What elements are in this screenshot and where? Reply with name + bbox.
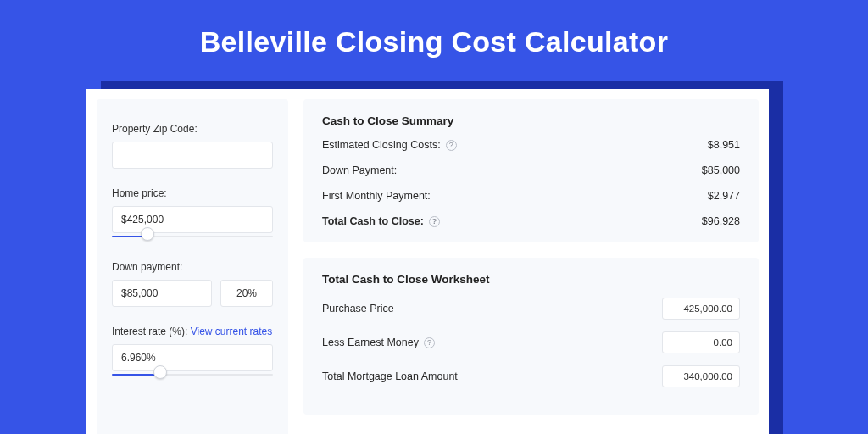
- worksheet-row: Total Mortgage Loan Amount: [322, 365, 740, 387]
- summary-panel: Cash to Close Summary Estimated Closing …: [303, 99, 759, 242]
- view-current-rates-link[interactable]: View current rates: [191, 326, 273, 337]
- down-payment-label: Down payment:: [112, 261, 273, 273]
- summary-total-label: Total Cash to Close:: [322, 215, 424, 227]
- interest-label: Interest rate (%): View current rates: [112, 326, 273, 337]
- mortgage-loan-input[interactable]: [662, 365, 740, 387]
- purchase-price-input[interactable]: [662, 298, 740, 320]
- zip-group: Property Zip Code:: [112, 123, 273, 169]
- zip-input[interactable]: [112, 142, 273, 169]
- summary-total-row: Total Cash to Close: ? $96,928: [322, 215, 740, 227]
- summary-row-label: First Monthly Payment:: [322, 190, 431, 202]
- zip-label: Property Zip Code:: [112, 123, 273, 135]
- page-title: Belleville Closing Cost Calculator: [0, 0, 868, 58]
- down-payment-input[interactable]: [112, 280, 212, 307]
- help-icon[interactable]: ?: [446, 140, 457, 151]
- summary-row: Estimated Closing Costs: ? $8,951: [322, 139, 740, 151]
- interest-slider-thumb[interactable]: [153, 365, 167, 379]
- summary-row: Down Payment: $85,000: [322, 164, 740, 176]
- interest-input[interactable]: [112, 344, 273, 371]
- interest-group: Interest rate (%): View current rates: [112, 326, 273, 381]
- summary-row-value: $85,000: [702, 164, 740, 176]
- summary-total-value: $96,928: [702, 215, 740, 227]
- home-price-slider[interactable]: [112, 232, 273, 242]
- home-price-label: Home price:: [112, 187, 273, 199]
- summary-row: First Monthly Payment: $2,977: [322, 190, 740, 202]
- worksheet-panel: Total Cash to Close Worksheet Purchase P…: [303, 258, 759, 415]
- worksheet-row: Less Earnest Money ?: [322, 331, 740, 353]
- down-payment-group: Down payment:: [112, 261, 273, 307]
- worksheet-title: Total Cash to Close Worksheet: [322, 273, 740, 286]
- help-icon[interactable]: ?: [424, 337, 435, 348]
- input-panel: Property Zip Code: Home price: Down paym…: [97, 99, 288, 434]
- interest-slider[interactable]: [112, 370, 273, 381]
- worksheet-row-label: Total Mortgage Loan Amount: [322, 370, 458, 382]
- worksheet-row-label: Purchase Price: [322, 303, 394, 314]
- worksheet-row-label: Less Earnest Money: [322, 337, 419, 348]
- home-price-group: Home price:: [112, 187, 273, 242]
- calculator-card: Property Zip Code: Home price: Down paym…: [86, 89, 769, 434]
- summary-row-label: Down Payment:: [322, 164, 397, 176]
- help-icon[interactable]: ?: [429, 216, 440, 227]
- summary-row-value: $8,951: [708, 139, 740, 151]
- worksheet-row: Purchase Price: [322, 298, 740, 320]
- home-price-input[interactable]: [112, 206, 273, 233]
- output-panels: Cash to Close Summary Estimated Closing …: [303, 99, 759, 434]
- summary-row-label: Estimated Closing Costs:: [322, 139, 441, 151]
- earnest-money-input[interactable]: [662, 331, 740, 353]
- down-payment-pct-input[interactable]: [220, 280, 273, 307]
- summary-row-value: $2,977: [708, 190, 740, 202]
- summary-title: Cash to Close Summary: [322, 114, 740, 127]
- home-price-slider-thumb[interactable]: [141, 227, 154, 241]
